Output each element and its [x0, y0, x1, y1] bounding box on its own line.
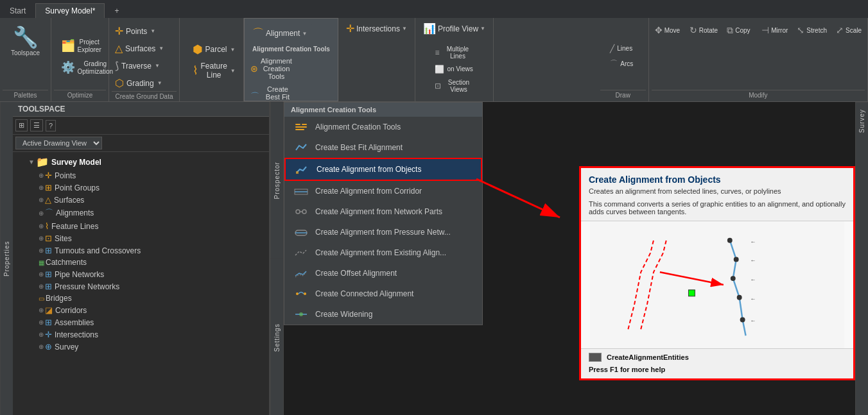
tree-root[interactable]: ▼ 📁 Survey Model [13, 155, 269, 169]
surfaces-label: Surfaces [125, 44, 155, 53]
feature-line-button[interactable]: ⌇ Feature Line ▼ [189, 60, 234, 81]
tree-item-catchments[interactable]: ▦ Catchments [13, 257, 269, 268]
tooltip-panel: Create Alignment from Objects Creates an… [579, 166, 855, 380]
tree-item-point-groups[interactable]: ⊕ ⊞ Point Groups [13, 182, 269, 194]
svg-text:←: ← [750, 239, 756, 245]
parcel-label: Parcel [205, 45, 227, 54]
svg-rect-29 [688, 290, 695, 296]
tree-item-pressure-networks[interactable]: ⊕ ⊞ Pressure Networks [13, 280, 269, 292]
profile-view-label: Profile View [438, 24, 478, 33]
dropdown-item-from-objects[interactable]: Create Alignment from Objects [284, 158, 482, 181]
grading-button[interactable]: ⬡ Grading ▼ [112, 75, 157, 91]
alignment-dropdown: Alignment Creation Tools Alignment Creat… [284, 102, 483, 325]
tree-item-assemblies[interactable]: ⊕ ⊞ Assemblies [13, 316, 269, 328]
project-explorer-button[interactable]: 🗂️ ProjectExplorer [58, 35, 103, 56]
creation-tools-icon [292, 121, 310, 133]
toolbar-btn-2[interactable]: ☰ [30, 119, 43, 131]
create-ground-data-label: Create Ground Data [112, 91, 177, 100]
dropdown-item-creation-tools[interactable]: Alignment Creation Tools [284, 117, 482, 137]
feature-line-label: Feature Line [201, 62, 227, 80]
section-views-btn[interactable]: ⊡ Section Views [431, 77, 476, 95]
toolbar-btn-3[interactable]: ? [46, 120, 56, 131]
svg-text:←: ← [750, 257, 756, 264]
offset-icon [292, 267, 310, 280]
scale-button[interactable]: ⤢ Scale [833, 23, 865, 37]
dropdown-item-widening[interactable]: Create Widening [284, 304, 482, 325]
parcel-button[interactable]: ⬢ Parcel ▼ [189, 40, 234, 58]
properties-side-label[interactable]: Properties [0, 102, 13, 415]
tree-item-bridges[interactable]: ▭ Bridges [13, 292, 269, 304]
move-button[interactable]: ✥ Move [652, 23, 684, 37]
alignment-creation-tools-label: Alignment Creation Tools [247, 44, 335, 54]
connected-icon [292, 287, 310, 300]
survey-side-label[interactable]: Survey [856, 102, 868, 139]
red-arrow-annotation [470, 166, 586, 232]
alignment-label: Alignment [266, 29, 300, 38]
dropdown-item-from-existing-align[interactable]: Create Alignment from Existing Align... [284, 242, 482, 263]
from-objects-icon [293, 163, 311, 176]
points-button[interactable]: ✛ Points ▼ [112, 23, 157, 39]
drawing-view-select[interactable]: Active Drawing View [15, 137, 102, 149]
svg-rect-2 [295, 126, 307, 128]
tab-start[interactable]: Start [0, 3, 35, 18]
settings-side-label[interactable]: Settings [270, 259, 283, 416]
svg-point-26 [731, 276, 736, 281]
dropdown-item-offset[interactable]: Create Offset Alignment [284, 263, 482, 284]
profile-view-menu-button[interactable]: 📊 Profile View ▼ [418, 21, 490, 37]
svg-rect-4 [296, 171, 299, 174]
traverse-button[interactable]: ⟆ Traverse ▼ [112, 58, 157, 74]
tree-item-surfaces[interactable]: ⊕ △ Surfaces [13, 194, 269, 206]
tree-item-pipe-networks[interactable]: ⊕ ⊞ Pipe Networks [13, 268, 269, 280]
multiple-lines-btn[interactable]: ≡ Multiple Lines [431, 44, 476, 62]
grading-optimization-label: GradingOptimization [78, 60, 114, 76]
rotate-button[interactable]: ↻ Rotate [686, 23, 721, 37]
svg-rect-0 [295, 124, 300, 125]
right-side-labels: Survey [855, 102, 868, 415]
tooltip-title: Create Alignment from Objects [581, 168, 853, 187]
svg-text:←: ← [750, 318, 756, 324]
dropdown-item-from-pressure-netw[interactable]: Create Alignment from Pressure Netw... [284, 222, 482, 242]
tab-add[interactable]: + [105, 3, 128, 18]
dropdown-item-from-corridor[interactable]: Create Alignment from Corridor [284, 181, 482, 201]
copy-button[interactable]: ⧉ Copy [724, 23, 756, 38]
tree-item-intersections[interactable]: ⊕ ✛ Intersections [13, 328, 269, 341]
alignment-menu-button[interactable]: ⌒ Alignment ▼ [247, 24, 312, 43]
draw-arcs-btn[interactable]: ⌒ Arcs [607, 56, 639, 71]
svg-point-27 [737, 295, 742, 300]
grading-optimization-button[interactable]: ⚙️ GradingOptimization [58, 57, 103, 78]
prospector-side-label[interactable]: Prospector [270, 102, 283, 259]
svg-point-25 [734, 257, 739, 262]
tree-item-corridors[interactable]: ⊕ ◪ Corridors [13, 304, 269, 316]
tree-item-points[interactable]: ⊕ ✛ Points [13, 169, 269, 182]
widening-icon [292, 308, 310, 321]
tree-item-survey[interactable]: ⊕ ⊕ Survey [13, 341, 269, 353]
optimize-label: Optimize [54, 90, 106, 99]
tree-item-turnouts[interactable]: ⊕ ⊞ Turnouts and Crossovers [13, 244, 269, 257]
from-network-icon [292, 205, 310, 218]
stretch-button[interactable]: ⤡ Stretch [794, 23, 830, 37]
dropdown-item-best-fit[interactable]: Create Best Fit Alignment [284, 137, 482, 158]
tooltip-desc2: This command converts a series of graphi… [581, 198, 853, 221]
mirror-button[interactable]: ⊣ Mirror [758, 23, 791, 37]
tooltip-desc1: Creates an alignment from selected lines… [581, 187, 853, 198]
best-fit-icon [292, 141, 310, 154]
viewport[interactable]: [-][Top][2D Wireframe] Alignment Creatio… [284, 102, 855, 415]
intersections-menu-button[interactable]: ✛ Intersections ▼ [341, 21, 412, 37]
palettes-label: Palettes [3, 90, 48, 99]
tree-item-alignments[interactable]: ⊕ ⌒ Alignments [13, 206, 269, 220]
svg-rect-3 [295, 129, 304, 130]
tree-item-feature-lines[interactable]: ⊕ ⌇ Feature Lines [13, 220, 269, 232]
dropdown-item-from-network-parts[interactable]: Create Alignment from Network Parts [284, 201, 482, 222]
tab-survey-model[interactable]: Survey Model* [35, 3, 105, 18]
on-views-btn[interactable]: ⬜ on Views [431, 63, 476, 76]
draw-lines-btn[interactable]: ╱ Lines [607, 42, 639, 55]
dropdown-item-connected[interactable]: Create Connected Alignment [284, 284, 482, 304]
surfaces-button[interactable]: △ Surfaces ▼ [112, 40, 157, 56]
toolspace-button[interactable]: 🔧 Toolspace [6, 23, 45, 61]
svg-point-7 [296, 210, 300, 214]
traverse-label: Traverse [121, 62, 152, 71]
tree-item-sites[interactable]: ⊕ ⊡ Sites [13, 232, 269, 244]
toolbar-btn-1[interactable]: ⊞ [15, 119, 28, 131]
alignment-creation-tools-btn[interactable]: ⊛ Alignment Creation Tools [247, 55, 292, 82]
from-corridor-icon [292, 185, 310, 198]
